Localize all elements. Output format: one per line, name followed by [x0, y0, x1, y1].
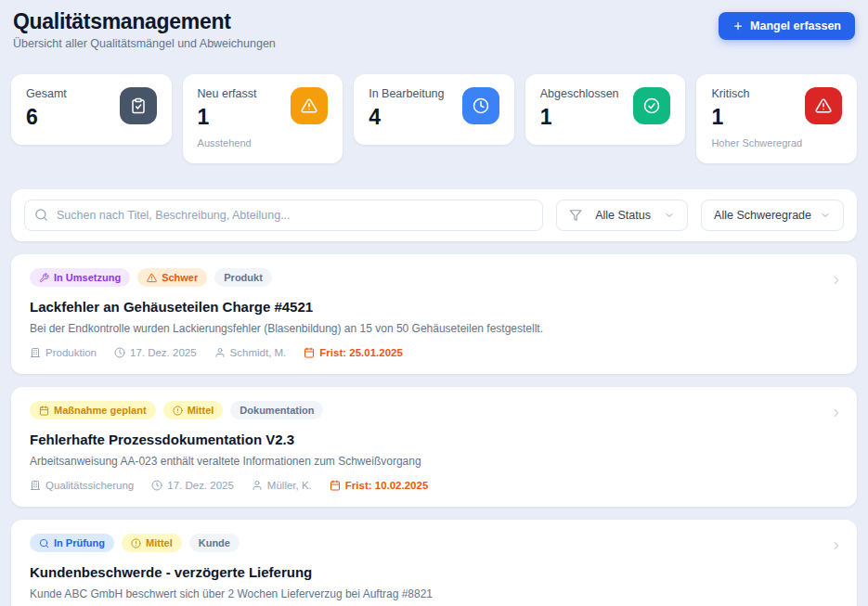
badge-label: Schwer	[162, 272, 198, 283]
stat-label: Gesamt	[26, 87, 67, 100]
stat-icon-badge	[120, 87, 157, 124]
defect-title: Fehlerhafte Prozessdokumentation V2.3	[30, 432, 838, 447]
badge-label: Maßnahme geplant	[54, 405, 147, 416]
stat-sublabel: Ausstehend	[198, 137, 257, 148]
badge-row: In Umsetzung Schwer Produkt	[30, 268, 838, 287]
page-subtitle: Übersicht aller Qualitätsmängel und Abwe…	[13, 37, 276, 50]
status-filter-value: Alle Status	[595, 209, 651, 222]
severity-filter-select[interactable]: Alle Schweregrade	[701, 200, 844, 231]
building-icon	[30, 347, 41, 358]
badge-ma-nahme-geplant: Maßnahme geplant	[30, 401, 156, 419]
stat-value: 6	[26, 105, 67, 130]
search-input[interactable]	[24, 200, 543, 231]
header-titles: Qualitätsmanagement Übersicht aller Qual…	[13, 7, 276, 50]
card-chevron-wrap	[830, 539, 843, 556]
warning-triangle-icon	[301, 97, 317, 114]
clock-icon	[473, 97, 489, 114]
meta-text: Schmidt, M.	[230, 347, 287, 358]
defect-description: Bei der Endkontrolle wurden Lackierungsf…	[30, 322, 838, 335]
warning-triangle-icon	[147, 273, 157, 283]
page-title: Qualitätsmanagement	[13, 9, 276, 34]
chevron-right-icon	[830, 406, 843, 419]
chevron-down-icon	[664, 210, 675, 221]
defect-title: Kundenbeschwerde - verzögerte Lieferung	[30, 564, 838, 580]
meta-calendar: Frist: 10.02.2025	[330, 480, 429, 491]
badge-in-pr-fung: In Prüfung	[30, 534, 114, 552]
alert-circle-icon	[131, 538, 141, 548]
badge-label: Mittel	[146, 537, 173, 548]
meta-building: Qualitätssicherung	[30, 480, 134, 491]
badge-mittel: Mittel	[122, 534, 182, 552]
badge-row: Maßnahme geplant Mittel Dokumentation	[30, 401, 838, 419]
badge-label: Dokumentation	[240, 405, 314, 416]
stat-card-in-bearbeitung: In Bearbeitung 4	[354, 74, 514, 145]
stat-label: Abgeschlossen	[540, 87, 619, 100]
defect-meta-row: Qualitätssicherung 17. Dez. 2025 Müller,…	[30, 480, 838, 491]
meta-text: Produktion	[45, 347, 97, 358]
badge-label: In Prüfung	[54, 537, 105, 548]
meta-text: 17. Dez. 2025	[167, 480, 234, 491]
badge-label: Produkt	[224, 272, 263, 283]
status-filter-select[interactable]: Alle Status	[556, 200, 688, 231]
quality-management-page: Qualitätsmanagement Übersicht aller Qual…	[0, 0, 868, 606]
stat-label: In Bearbeitung	[369, 87, 444, 100]
stat-card-kritisch: Kritisch 1 Hoher Schweregrad	[696, 74, 857, 163]
stat-label: Kritisch	[711, 87, 802, 100]
create-defect-button[interactable]: Mangel erfassen	[719, 12, 855, 40]
warning-triangle-icon	[815, 97, 832, 114]
search-field-wrap	[24, 200, 543, 231]
user-icon	[252, 480, 263, 491]
stat-value: 1	[198, 105, 257, 130]
meta-text: 17. Dez. 2025	[130, 347, 197, 358]
clock-icon	[114, 347, 125, 358]
stat-value: 1	[540, 105, 619, 130]
stat-icon-badge	[633, 87, 670, 124]
meta-text: Frist: 25.01.2025	[319, 347, 403, 358]
stat-label: Neu erfasst	[198, 87, 257, 100]
plus-icon	[732, 20, 744, 32]
filter-bar: Alle Status Alle Schweregrade	[11, 189, 857, 241]
chevron-right-icon	[830, 539, 843, 552]
search-icon	[34, 208, 48, 222]
meta-text: Qualitätssicherung	[45, 480, 134, 491]
meta-text: Frist: 10.02.2025	[345, 480, 429, 491]
check-circle-icon	[643, 97, 660, 114]
meta-clock: 17. Dez. 2025	[151, 480, 234, 491]
calendar-icon	[330, 480, 341, 491]
badge-label: Kunde	[199, 537, 230, 548]
stat-value: 1	[711, 105, 802, 130]
defect-description: Arbeitsanweisung AA-023 enthält veraltet…	[30, 455, 838, 468]
defect-card-lackfehler-an-geh-useteilen-charge-4521[interactable]: In Umsetzung Schwer Produkt Lackfehler a…	[11, 254, 857, 374]
stat-card-abgeschlossen: Abgeschlossen 1	[525, 74, 686, 145]
defect-card-fehlerhafte-prozessdokumentation-v2-3[interactable]: Maßnahme geplant Mittel Dokumentation Fe…	[11, 387, 857, 507]
calendar-icon	[304, 347, 315, 358]
stat-sublabel: Hoher Schweregrad	[711, 137, 802, 148]
badge-kunde: Kunde	[189, 534, 240, 552]
user-icon	[214, 347, 226, 358]
meta-clock: 17. Dez. 2025	[114, 347, 197, 358]
defect-card-kundenbeschwerde-verz-gerte-lieferung[interactable]: In Prüfung Mittel Kunde Kundenbeschwerde…	[11, 520, 857, 606]
meta-user: Schmidt, M.	[214, 347, 287, 358]
severity-filter-value: Alle Schweregrade	[714, 209, 811, 222]
clock-icon	[151, 480, 162, 491]
wrench-icon	[39, 273, 49, 283]
defect-meta-row: Produktion 17. Dez. 2025 Schmidt, M. Fri…	[30, 347, 838, 358]
stat-card-gesamt: Gesamt 6	[11, 74, 172, 145]
badge-row: In Prüfung Mittel Kunde	[30, 534, 838, 552]
stat-icon-badge	[462, 87, 499, 124]
calendar-icon	[39, 406, 49, 416]
defect-description: Kunde ABC GmbH beschwert sich über 2 Woc…	[30, 587, 838, 600]
badge-mittel: Mittel	[163, 401, 224, 419]
stat-value: 4	[369, 105, 444, 130]
stat-card-neu-erfasst: Neu erfasst 1 Ausstehend	[183, 74, 343, 163]
badge-schwer: Schwer	[137, 268, 207, 287]
card-chevron-wrap	[830, 274, 843, 290]
building-icon	[30, 480, 41, 491]
badge-dokumentation: Dokumentation	[230, 401, 323, 419]
defects-list: In Umsetzung Schwer Produkt Lackfehler a…	[11, 254, 857, 606]
stat-card-text: Neu erfasst 1 Ausstehend	[198, 87, 257, 148]
alert-circle-icon	[173, 406, 183, 416]
chevron-right-icon	[830, 274, 843, 287]
stat-card-text: In Bearbeitung 4	[369, 87, 444, 130]
search-icon	[39, 538, 49, 548]
